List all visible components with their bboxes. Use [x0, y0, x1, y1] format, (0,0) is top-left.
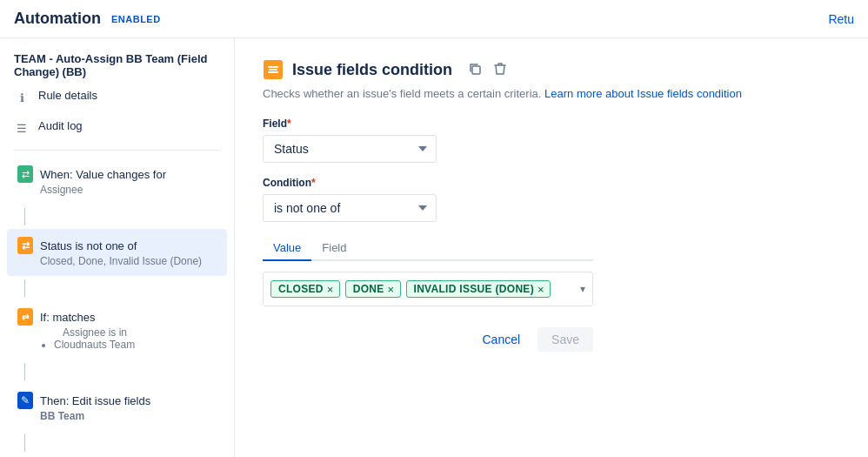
condition-card-subtitle: Closed, Done, Invalid Issue (Done): [17, 255, 217, 267]
sidebar-then-card[interactable]: ✎ Then: Edit issue fields BB Team: [7, 384, 227, 431]
then-card-header: ✎ Then: Edit issue fields: [17, 393, 217, 408]
if-card-list: Cloudnauts Team: [40, 339, 217, 351]
condition-select[interactable]: is not one of: [263, 194, 437, 222]
save-button[interactable]: Save: [537, 327, 593, 352]
top-bar-right: Retu: [828, 12, 854, 26]
when-icon: ⇄: [17, 166, 33, 182]
return-link[interactable]: Retu: [828, 12, 854, 26]
tag-closed-label: CLOSED: [278, 283, 324, 295]
connector-2: [24, 279, 25, 297]
top-bar-left: Automation ENABLED: [14, 10, 161, 28]
connector-4: [24, 434, 25, 452]
tab-field[interactable]: Field: [311, 236, 357, 261]
action-buttons: Cancel Save: [263, 327, 593, 352]
tag-invalid-issue: INVALID ISSUE (DONE) ×: [406, 280, 551, 298]
tag-closed-remove[interactable]: ×: [327, 284, 334, 295]
svg-rect-1: [472, 66, 480, 74]
main-layout: TEAM - Auto-Assign BB Team (Field Change…: [0, 38, 868, 457]
condition-card-title: Status is not one of: [40, 239, 137, 252]
file-icon: ☰: [14, 120, 30, 136]
if-card-header: ⇄ If: matches: [17, 309, 217, 325]
copy-condition-button[interactable]: [464, 60, 485, 80]
sidebar-divider-1: [14, 150, 220, 151]
connector-3: [24, 363, 25, 380]
condition-card-icon: ⇄: [17, 238, 33, 253]
sidebar: TEAM - Auto-Assign BB Team (Field Change…: [0, 38, 235, 457]
enabled-badge: ENABLED: [111, 14, 161, 24]
tag-done-remove[interactable]: ×: [388, 284, 395, 295]
tag-invalid-remove[interactable]: ×: [537, 284, 544, 295]
tags-input[interactable]: CLOSED × DONE × INVALID ISSUE (DONE) × ▾: [263, 272, 593, 306]
condition-required-star: *: [311, 177, 316, 189]
sidebar-rule-name: TEAM - Auto-Assign BB Team (Field Change…: [0, 45, 234, 82]
if-card-list-item: Cloudnauts Team: [54, 339, 217, 351]
condition-panel-actions: [464, 60, 510, 80]
condition-svg-icon: [264, 60, 283, 79]
condition-label: Condition*: [263, 177, 840, 189]
trigger-icon-shape: ⇄: [17, 165, 33, 183]
cancel-button[interactable]: Cancel: [471, 327, 531, 352]
if-icon-shape: ⇄: [17, 308, 33, 326]
tab-value[interactable]: Value: [263, 236, 311, 261]
condition-panel-icon: [263, 59, 284, 80]
sidebar-condition-card[interactable]: ⇄ Status is not one of Closed, Done, Inv…: [7, 229, 227, 276]
then-icon-shape: ✎: [17, 392, 33, 409]
then-icon: ✎: [17, 393, 33, 408]
condition-panel-header: Issue fields condition: [263, 59, 840, 80]
condition-icon-shape: ⇄: [17, 237, 33, 254]
then-card-subtitle: BB Team: [17, 410, 217, 422]
sidebar-item-rule-details[interactable]: ℹ Rule details: [0, 82, 234, 112]
add-component[interactable]: ○ Add component: [0, 452, 234, 457]
sidebar-when-card[interactable]: ⇄ When: Value changes for Assignee: [7, 158, 227, 205]
field-required-star: *: [287, 118, 291, 130]
app-title: Automation: [14, 10, 101, 28]
sidebar-item-audit-log-label: Audit log: [38, 119, 83, 132]
then-card-title: Then: Edit issue fields: [40, 394, 150, 407]
condition-panel-title: Issue fields condition: [292, 61, 452, 79]
condition-card-header: ⇄ Status is not one of: [17, 238, 217, 253]
value-field-tabs: Value Field: [263, 236, 593, 261]
tag-invalid-label: INVALID ISSUE (DONE): [414, 283, 534, 295]
delete-condition-button[interactable]: [491, 60, 510, 80]
learn-more-link[interactable]: Learn more about Issue fields condition: [544, 87, 742, 100]
tags-dropdown-arrow[interactable]: ▾: [580, 283, 585, 295]
if-card-body: Assignee is in Cloudnauts Team: [17, 326, 217, 351]
top-bar: Automation ENABLED Retu: [0, 0, 868, 38]
tag-closed: CLOSED ×: [270, 280, 340, 298]
field-select[interactable]: Status: [263, 135, 437, 163]
field-form-group: Field* Status: [263, 118, 840, 163]
sidebar-item-audit-log[interactable]: ☰ Audit log: [0, 112, 234, 143]
sidebar-item-rule-details-label: Rule details: [38, 89, 97, 102]
content-area: Issue fields condition Checks whether an…: [235, 38, 868, 457]
when-card-header: ⇄ When: Value changes for: [17, 166, 217, 182]
if-card-title: If: matches: [40, 311, 96, 324]
if-icon: ⇄: [17, 309, 33, 325]
if-card-sub1: Assignee is in: [40, 326, 217, 339]
when-card-subtitle: Assignee: [17, 184, 217, 196]
copy-icon: [468, 62, 482, 76]
condition-description: Checks whether an issue's field meets a …: [263, 87, 840, 100]
delete-icon: [494, 62, 506, 76]
tag-done: DONE ×: [345, 280, 401, 298]
field-label: Field*: [263, 118, 840, 130]
condition-form-group: Condition* is not one of: [263, 177, 840, 222]
info-icon: ℹ: [14, 90, 30, 105]
connector-1: [24, 208, 25, 225]
sidebar-if-card[interactable]: ⇄ If: matches Assignee is in Cloudnauts …: [7, 300, 227, 360]
tag-done-label: DONE: [353, 283, 384, 295]
when-card-title: When: Value changes for: [40, 168, 166, 181]
